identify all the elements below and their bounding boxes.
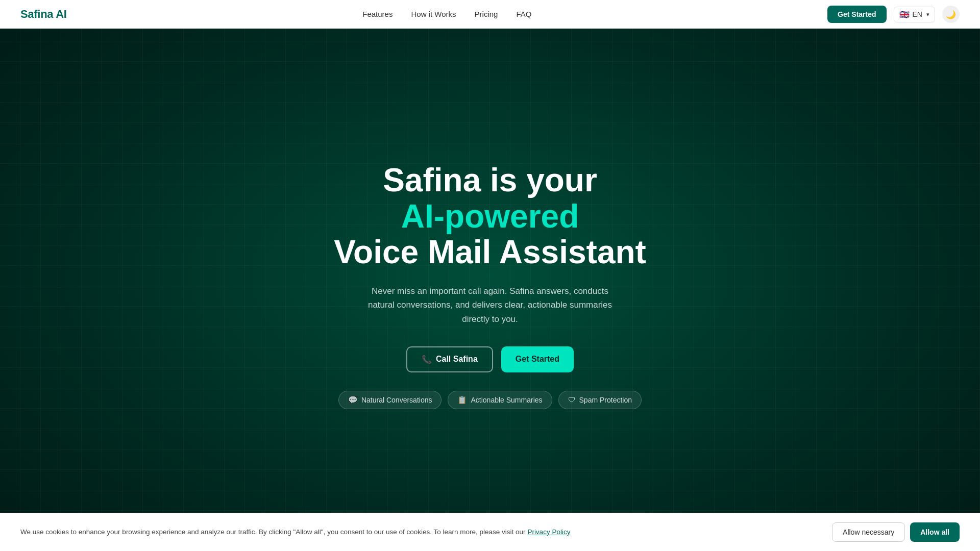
nav-get-started-button[interactable]: Get Started: [827, 6, 886, 23]
call-safina-label: Call Safina: [436, 355, 478, 364]
shield-icon: 🛡: [568, 395, 576, 404]
lang-flag-icon: 🇬🇧: [899, 10, 910, 19]
dark-mode-toggle[interactable]: 🌙: [942, 6, 960, 23]
nav-links: Features How it Works Pricing FAQ: [362, 10, 531, 19]
hero-buttons: 📞 Call Safina Get Started: [334, 346, 646, 372]
badge-natural-conversations: 💬 Natural Conversations: [338, 391, 442, 409]
badge-spam-protection-label: Spam Protection: [579, 396, 632, 404]
hero-title-line3: Voice Mail Assistant: [334, 234, 646, 270]
document-icon: 📋: [457, 395, 467, 405]
hero-subtitle: Never miss an important call again. Safi…: [357, 284, 623, 326]
hero-title-line2: AI-powered: [334, 198, 646, 234]
hero-get-started-button[interactable]: Get Started: [501, 346, 574, 372]
brand-logo[interactable]: Safina AI: [20, 8, 67, 21]
nav-how-it-works[interactable]: How it Works: [411, 10, 456, 18]
nav-pricing[interactable]: Pricing: [475, 10, 498, 18]
badge-actionable-summaries: 📋 Actionable Summaries: [448, 391, 552, 409]
cookie-banner: We use cookies to enhance your browsing …: [0, 513, 980, 551]
nav-features[interactable]: Features: [362, 10, 393, 18]
cookie-text: We use cookies to enhance your browsing …: [20, 527, 822, 537]
allow-necessary-button[interactable]: Allow necessary: [832, 522, 905, 542]
nav-faq[interactable]: FAQ: [516, 10, 531, 18]
nav-right: Get Started 🇬🇧 EN ▾ 🌙: [827, 6, 960, 23]
allow-all-button[interactable]: Allow all: [910, 522, 960, 542]
feature-badges: 💬 Natural Conversations 📋 Actionable Sum…: [334, 391, 646, 409]
phone-icon: 📞: [422, 355, 432, 364]
chevron-down-icon: ▾: [926, 11, 929, 18]
badge-actionable-summaries-label: Actionable Summaries: [471, 396, 542, 404]
cookie-buttons: Allow necessary Allow all: [832, 522, 960, 542]
language-selector[interactable]: 🇬🇧 EN ▾: [894, 7, 935, 22]
badge-natural-conversations-label: Natural Conversations: [361, 396, 432, 404]
badge-spam-protection: 🛡 Spam Protection: [558, 391, 642, 409]
chat-icon: 💬: [348, 395, 358, 405]
hero-section: Safina is your AI-powered Voice Mail Ass…: [0, 0, 980, 551]
cookie-text-content: We use cookies to enhance your browsing …: [20, 528, 526, 536]
privacy-policy-link[interactable]: Privacy Policy: [527, 528, 570, 536]
hero-title-line1: Safina is your: [334, 162, 646, 198]
lang-code: EN: [913, 10, 922, 18]
hero-content: Safina is your AI-powered Voice Mail Ass…: [334, 162, 646, 409]
call-safina-button[interactable]: 📞 Call Safina: [406, 346, 493, 372]
navbar: Safina AI Features How it Works Pricing …: [0, 0, 980, 29]
